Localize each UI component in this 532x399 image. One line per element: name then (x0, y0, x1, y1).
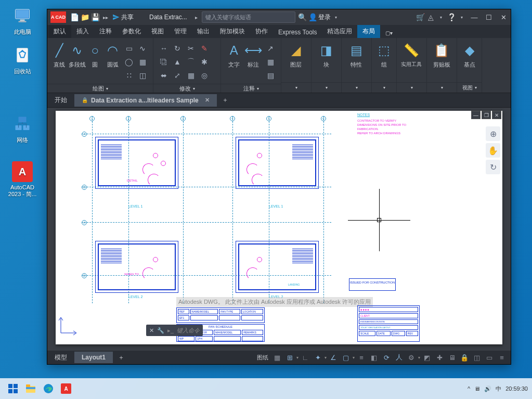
help-icon[interactable]: ❔ (446, 12, 457, 22)
tray-ime[interactable]: 中 (496, 385, 501, 393)
fillet-icon[interactable]: ⌒ (185, 56, 197, 68)
vp-restore[interactable]: ❐ (482, 111, 491, 119)
tab-more-icon[interactable]: ▢▾ (380, 28, 398, 38)
edge-button[interactable] (41, 381, 56, 396)
isolate-icon[interactable]: ◫ (471, 352, 483, 363)
tab-layout[interactable]: 布局 (357, 25, 380, 38)
tab-layout1[interactable]: Layout1 (74, 352, 113, 363)
rotate-icon[interactable]: ↻ (171, 42, 184, 55)
block-button[interactable]: ◨块 (315, 40, 338, 69)
tab-collab[interactable]: 协作 (250, 25, 273, 38)
ellipse-icon[interactable]: ◯ (123, 56, 135, 68)
qat-more-icon[interactable]: ▸▸ (100, 12, 111, 22)
trim-icon[interactable]: ✂ (185, 42, 197, 55)
array-icon[interactable]: ▦ (185, 69, 197, 82)
offset-icon[interactable]: ◎ (198, 69, 211, 82)
tab-featured[interactable]: 精选应用 (322, 25, 357, 38)
cmd-config-icon[interactable]: 🔧 (157, 327, 164, 334)
command-line[interactable]: ✕ 🔧 ▸_ 键入命令 (146, 325, 203, 336)
units-icon[interactable]: ✚ (434, 352, 445, 363)
tab-annotate[interactable]: 注释 (94, 25, 117, 38)
basepoint-button[interactable]: ◆基点 (460, 40, 478, 69)
arc-button[interactable]: ◠圆弧 (104, 40, 122, 69)
tab-file[interactable]: 🔒 Data Extraction a...ltileaders Sample … (74, 94, 217, 107)
app-menu-button[interactable]: A CAD (50, 11, 66, 23)
panel-view-label[interactable]: 视图▾ (457, 82, 482, 93)
login-dropdown[interactable]: ▾ (331, 12, 341, 22)
new-icon[interactable]: 📄 (69, 12, 80, 22)
tab-view[interactable]: 视图 (146, 25, 169, 38)
workspace-icon[interactable]: ⚙ (406, 352, 417, 363)
mirror-icon[interactable]: ▲ (171, 56, 184, 68)
utils-button[interactable]: 📏实用工具 (400, 40, 423, 68)
rect-icon[interactable]: ▭ (123, 42, 135, 55)
copy-icon[interactable]: ⿻ (158, 56, 170, 68)
polyline-button[interactable]: ∿多段线 (68, 40, 86, 69)
minimize-button[interactable]: — (467, 9, 482, 25)
login-label[interactable]: 登录 (318, 13, 331, 22)
explorer-button[interactable] (23, 381, 38, 396)
vp-minimize[interactable]: — (471, 111, 481, 119)
grid-icon[interactable]: ▦ (271, 352, 283, 363)
lock-ui-icon[interactable]: 🔒 (459, 352, 470, 363)
text-button[interactable]: A文字 (224, 40, 244, 69)
orbit-icon[interactable]: ↻ (486, 160, 500, 174)
help-dropdown[interactable]: ▾ (457, 12, 467, 22)
transparency-icon[interactable]: ◧ (368, 352, 380, 363)
spline-icon[interactable]: ∿ (136, 42, 149, 55)
tab-output[interactable]: 输出 (192, 25, 215, 38)
ortho-icon[interactable]: ∟ (300, 352, 311, 363)
app-exchange-icon[interactable]: 🛒 (415, 12, 425, 22)
stretch-icon[interactable]: ⬌ (158, 69, 170, 82)
maximize-button[interactable]: ☐ (482, 9, 496, 25)
layers-button[interactable]: ◢图层 (284, 40, 307, 69)
share-icon[interactable] (111, 12, 121, 22)
paper-toggle[interactable]: 图纸 (257, 354, 268, 362)
clean-screen-icon[interactable]: ▭ (484, 352, 495, 363)
help-search-input[interactable]: 键入关键字或短语 (202, 11, 295, 23)
region-icon[interactable]: ◫ (136, 69, 149, 82)
leader-icon[interactable]: ↗ (264, 42, 277, 55)
panel-props-exp[interactable]: ▾ (342, 82, 371, 93)
new-tab-button[interactable]: ＋ (217, 93, 233, 107)
user-icon[interactable]: 👤 (308, 12, 318, 22)
tab-close-icon[interactable]: ✕ (205, 97, 210, 104)
move-icon[interactable]: ↔ (158, 42, 170, 55)
panel-block-exp[interactable]: ▾ (312, 82, 341, 93)
tray-display-icon[interactable]: 🖥 (474, 385, 480, 392)
otrack-icon[interactable]: ▢ (340, 352, 352, 363)
autocad-taskbar-button[interactable]: A (58, 381, 74, 396)
tab-insert[interactable]: 插入 (71, 25, 94, 38)
tab-manage[interactable]: 管理 (169, 25, 192, 38)
save-icon[interactable]: 💾 (90, 12, 100, 22)
clipboard-button[interactable]: 📋剪贴板 (430, 40, 453, 69)
snap-icon[interactable]: ⊞ (284, 352, 295, 363)
panel-draw-label[interactable]: 绘图▾ (47, 84, 153, 93)
share-label[interactable]: 共享 (121, 13, 134, 22)
panel-annotate-label[interactable]: 注释▾ (221, 84, 281, 93)
osnap-icon[interactable]: ∠ (328, 352, 339, 363)
start-button[interactable] (5, 381, 21, 396)
desktop-icon-this-pc[interactable]: 此电脑 (4, 5, 41, 36)
tab-default[interactable]: 默认 (48, 25, 71, 38)
point-icon[interactable]: ∷ (123, 69, 135, 82)
dimension-button[interactable]: ⟷标注 (244, 40, 264, 69)
paper-space[interactable]: 1 2 3 4 5 6 A B A B DETAIL LEVEL 1 (56, 111, 502, 344)
tray-chevron-icon[interactable]: ^ (468, 385, 470, 392)
app-share-icon[interactable]: ◬ (425, 12, 436, 22)
polar-icon[interactable]: ✦ (312, 352, 323, 363)
zoom-extents-icon[interactable]: ⊕ (486, 126, 500, 141)
close-button[interactable]: ✕ (496, 9, 511, 25)
desktop-icon-network[interactable]: 网络 (4, 113, 41, 144)
pan-icon[interactable]: ✋ (486, 143, 500, 158)
new-layout-button[interactable]: ＋ (113, 351, 129, 364)
tab-model[interactable]: 模型 (47, 351, 74, 364)
vp-close[interactable]: ✕ (492, 111, 501, 119)
tab-addin[interactable]: 附加模块 (215, 25, 250, 38)
table-icon[interactable]: ▦ (264, 56, 277, 68)
open-icon[interactable]: 📁 (80, 12, 90, 22)
annotation-scale-icon[interactable]: 人 (393, 352, 405, 363)
selection-cycle-icon[interactable]: ⟳ (381, 352, 392, 363)
props-button[interactable]: ▤特性 (345, 40, 368, 69)
tab-express[interactable]: Express Tools (273, 27, 322, 38)
